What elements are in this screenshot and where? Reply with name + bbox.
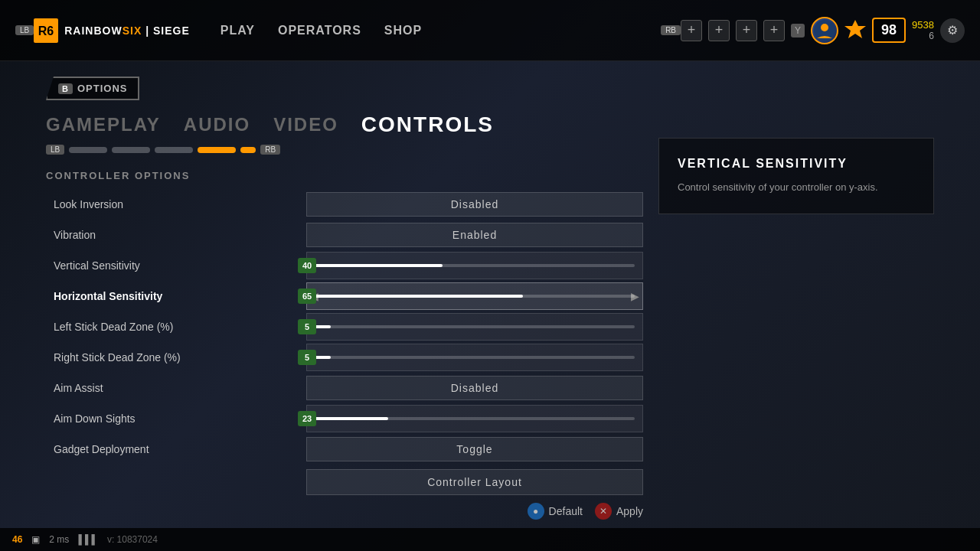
badge-icon [844,18,866,43]
setting-label-look-inversion: Look Inversion [46,198,306,210]
setting-row-gadget-deployment: Gadget Deployment Toggle [46,435,643,463]
settings-table: Look Inversion Disabled Vibration Enable… [46,191,643,463]
help-panel: VERTICAL SENSITIVITY Control sensitivity… [658,138,934,214]
slider-fill [315,264,443,267]
options-button[interactable]: B OPTIONS [46,77,139,100]
setting-label-horizontal-sensitivity: Horizontal Sensitivity [46,290,306,302]
top-navigation: LB R6 RAINBOWSIX | SIEGE PLAY OPERATORS … [0,0,980,61]
setting-row-look-inversion: Look Inversion Disabled [46,191,643,218]
help-title: VERTICAL SENSITIVITY [678,157,915,171]
apply-button[interactable]: ✕ Apply [595,503,643,520]
setting-row-vibration: Vibration Enabled [46,221,643,249]
setting-row-aim-assist: Aim Assist Disabled [46,374,643,402]
tab-lb-button[interactable]: LB [46,145,64,155]
slider-thumb[interactable]: 5 [298,350,316,365]
ping-display: 2 ms [49,534,69,545]
slider-thumb[interactable]: 5 [298,319,316,334]
tab-pill-2[interactable] [112,147,150,153]
section-title: CONTROLLER OPTIONS [46,170,643,181]
left-stick-dead-zone-slider[interactable]: 5 [306,313,643,341]
setting-row-right-stick-dead-zone: Right Stick Dead Zone (%) 5 [46,344,643,371]
fps-icon: ▣ [31,534,40,545]
signal-icon: ▌▌▌ [78,534,98,545]
slider-thumb[interactable]: 23 [298,411,316,426]
apply-button-icon: ✕ [595,503,612,520]
nav-shop[interactable]: SHOP [384,24,422,37]
add-button-4[interactable]: + [763,20,785,41]
tab-nav-bar: LB RB [46,145,643,155]
aim-assist-toggle[interactable]: Disabled [306,376,643,400]
tab-rb-button[interactable]: RB [260,145,280,155]
setting-control-vibration[interactable]: Enabled [306,223,643,247]
tab-pill-5[interactable] [240,147,256,153]
slider-track [315,295,635,298]
controller-layout-button[interactable]: Controller Layout [306,469,643,495]
setting-row-aim-down-sights: Aim Down Sights 23 [46,405,643,432]
action-row: Controller Layout [46,469,643,495]
default-button-label: Default [549,505,583,517]
status-bar: 46 ▣ 2 ms ▌▌▌ v: 10837024 [0,528,980,551]
avatar [811,17,838,44]
add-button-1[interactable]: + [681,20,702,41]
slider-track [315,417,635,420]
fps-counter: 46 [12,534,22,545]
aim-down-sights-slider[interactable]: 23 [306,405,643,432]
setting-label-vibration: Vibration [46,229,306,241]
slider-thumb[interactable]: 65 [298,289,316,304]
slider-thumb[interactable]: 40 [298,258,316,273]
default-button[interactable]: ● Default [528,503,583,520]
look-inversion-toggle[interactable]: Disabled [306,192,643,217]
setting-label-left-stick-dead-zone: Left Stick Dead Zone (%) [46,321,306,333]
rb-button[interactable]: RB [661,25,681,35]
tab-controls[interactable]: CONTROLS [361,112,494,137]
tab-pill-1[interactable] [69,147,107,153]
tab-audio[interactable]: AUDIO [184,114,250,135]
vibration-toggle[interactable]: Enabled [306,223,643,247]
gadget-deployment-toggle[interactable]: Toggle [306,437,643,461]
setting-control-aim-down-sights[interactable]: 23 [306,405,643,432]
version-display: v: 10837024 [107,534,158,545]
options-label: OPTIONS [77,83,128,94]
horizontal-sensitivity-slider[interactable]: ◀ ▶ 65 [306,282,643,310]
slider-fill [315,325,331,328]
controller-layout-control[interactable]: Controller Layout [306,469,643,495]
game-logo: R6 RAINBOWSIX | SIEGE [34,18,190,43]
add-button-2[interactable]: + [708,20,730,41]
setting-label-right-stick-dead-zone: Right Stick Dead Zone (%) [46,351,306,364]
setting-label-aim-down-sights: Aim Down Sights [46,412,306,425]
main-content: B OPTIONS GAMEPLAY AUDIO VIDEO CONTROLS … [0,61,980,551]
slider-fill [315,417,388,420]
svg-point-3 [821,24,828,31]
right-stick-dead-zone-slider[interactable]: 5 [306,344,643,371]
left-panel: B OPTIONS GAMEPLAY AUDIO VIDEO CONTROLS … [46,77,658,536]
tab-gameplay[interactable]: GAMEPLAY [46,114,161,135]
action-row-spacer [46,469,306,495]
setting-control-vertical-sensitivity[interactable]: 40 [306,252,643,279]
vertical-sensitivity-slider[interactable]: 40 [306,252,643,279]
setting-label-gadget-deployment: Gadget Deployment [46,443,306,455]
tab-pill-3[interactable] [155,147,193,153]
tab-pill-4[interactable] [198,147,236,153]
tab-video[interactable]: VIDEO [273,114,338,135]
nav-links: PLAY OPERATORS SHOP [220,24,661,37]
help-text: Control sensitivity of your controller o… [678,180,915,195]
setting-row-left-stick-dead-zone: Left Stick Dead Zone (%) 5 [46,313,643,341]
setting-control-aim-assist[interactable]: Disabled [306,376,643,400]
nav-play[interactable]: PLAY [220,24,255,37]
b-button-icon: B [58,83,73,94]
setting-control-right-stick-dead-zone[interactable]: 5 [306,344,643,371]
player-level: 98 [872,18,906,43]
y-button[interactable]: Y [791,24,805,37]
settings-icon[interactable]: ⚙ [940,18,965,43]
setting-control-gadget-deployment[interactable]: Toggle [306,437,643,461]
slider-track [315,356,635,359]
add-button-3[interactable]: + [736,20,757,41]
slider-fill [315,295,523,298]
nav-right-section: + + + + Y 98 9538 6 ⚙ [681,17,965,44]
tab-headers: GAMEPLAY AUDIO VIDEO CONTROLS [46,112,643,137]
setting-control-left-stick-dead-zone[interactable]: 5 [306,313,643,341]
setting-control-look-inversion[interactable]: Disabled [306,192,643,217]
lb-button[interactable]: LB [15,25,34,35]
nav-operators[interactable]: OPERATORS [278,24,361,37]
setting-control-horizontal-sensitivity[interactable]: ◀ ▶ 65 [306,282,643,310]
